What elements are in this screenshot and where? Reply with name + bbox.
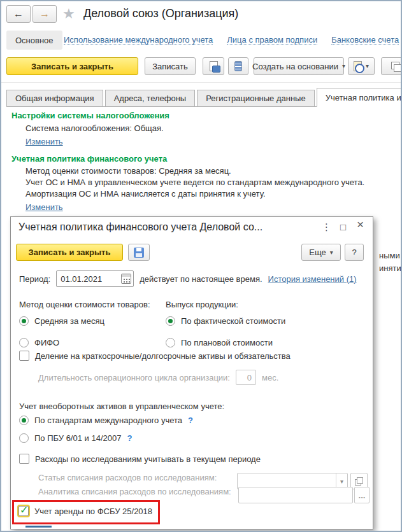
back-button[interactable]: ← (6, 5, 31, 23)
lease-label: Учет аренды по ФСБУ 25/2018 (34, 507, 152, 516)
cycle-input-wrap (236, 370, 256, 385)
cycle-unit: мес. (262, 373, 278, 382)
database-stack-icon (234, 61, 242, 71)
policy-section-title: Учетная политика финансового учета (11, 154, 167, 164)
policy-change-link[interactable]: Изменить (25, 202, 63, 212)
research-item-label: Статья списания расходов по исследования… (38, 473, 217, 482)
document-database-icon (210, 61, 218, 71)
chevron-down-icon: ▾ (366, 63, 369, 69)
radio-row: Средняя за месяц (19, 316, 104, 326)
cycle-row: Длительность операционного цикла организ… (38, 370, 278, 385)
nav-link-international[interactable]: Использование международного учета (64, 35, 213, 45)
radio-row: По фактической стоимости (166, 316, 285, 326)
policy-line-3: Амортизация ОС и НМА начисляется с даты … (25, 189, 266, 199)
document-clock-icon (354, 61, 362, 71)
stacked-sheets-icon (391, 62, 401, 71)
noncurrent-group-label: Учет внеоборотных активов в управленческ… (19, 402, 224, 411)
calendar-icon[interactable] (121, 274, 131, 284)
help-icon[interactable]: ? (188, 416, 193, 425)
maximize-icon[interactable]: □ (340, 221, 346, 234)
dialog-save-button[interactable] (128, 244, 150, 261)
tax-system-text: Система налогообложения: Общая. (25, 123, 164, 133)
radio-actual-cost[interactable] (166, 316, 175, 326)
toolbar-separator (1, 82, 401, 83)
period-input[interactable] (57, 274, 121, 284)
research-analytics-field (238, 487, 353, 503)
research-checkbox-row: Расходы по исследованиям учитывать в тек… (19, 454, 261, 464)
forward-button[interactable]: → (32, 5, 57, 23)
tax-change-link[interactable]: Изменить (25, 137, 63, 146)
dialog-save-and-close-button[interactable]: Записать и закрыть (16, 244, 123, 261)
research-analytics-label: Аналитика списания расходов по исследова… (38, 487, 231, 496)
tab-general-info[interactable]: Общая информация (6, 90, 103, 106)
radio-pbu[interactable] (19, 433, 29, 443)
division-label: Деление на краткосрочные/долгосрочные ак… (35, 351, 291, 361)
division-checkbox[interactable] (19, 351, 29, 361)
period-row: Период: действует по настоящее время. Ис… (19, 270, 357, 287)
help-button[interactable]: ? (345, 244, 364, 261)
valuation-group-label: Метод оценки стоимости товаров: (19, 300, 150, 309)
more-button[interactable]: Еще ▾ (301, 244, 341, 261)
register-records-button[interactable] (228, 57, 248, 75)
save-and-close-button[interactable]: Записать и закрыть (6, 57, 138, 75)
period-input-wrap (56, 270, 134, 287)
post-document-button[interactable] (203, 57, 224, 75)
accounting-policy-dialog: Учетная политика финансового учета Делов… (10, 216, 373, 529)
tax-section-title: Настройки системы налогообложения (11, 111, 169, 120)
radio-row: По ПБУ 6/01 и 14/2007 ? (19, 433, 132, 443)
research-analytics-row: Аналитика списания расходов по исследова… (38, 487, 231, 496)
chevron-down-icon: ▾ (342, 63, 345, 69)
policy-line-1: Метод оценки стоимости товаров: Средняя … (25, 166, 231, 176)
history-nav: ← → (6, 5, 57, 23)
radio-international-standards[interactable] (19, 416, 29, 425)
nav-tab-main[interactable]: Основное (6, 31, 62, 50)
cycle-label: Длительность операционного цикла организ… (38, 373, 230, 382)
radio-row: По плановой стоимости (166, 338, 273, 347)
radio-label: По стандартам международного учета (34, 416, 182, 425)
research-analytics-input[interactable] (239, 491, 352, 500)
period-label: Период: (19, 274, 50, 284)
create-based-on-label: Создать на основании (252, 62, 338, 71)
radio-label: ФИФО (34, 338, 59, 347)
nav-link-bank-accounts[interactable]: Банковские счета (331, 35, 399, 45)
favorite-star-icon[interactable]: ★ (62, 7, 75, 21)
partially-visible-link[interactable] (25, 526, 52, 528)
save-button[interactable]: Записать (145, 57, 196, 75)
clipped-toolbar-button[interactable] (381, 57, 402, 75)
cycle-input[interactable] (236, 373, 255, 382)
research-item-row: Статья списания расходов по исследования… (38, 473, 217, 482)
research-item-input[interactable] (238, 477, 336, 486)
radio-planned-cost[interactable] (166, 338, 175, 347)
forward-arrow-icon: → (39, 8, 50, 20)
research-checkbox[interactable] (19, 454, 29, 464)
clipped-background-text: ными д (379, 251, 402, 260)
tab-strip: Общая информация Адреса, телефоны Регист… (6, 88, 401, 107)
floppy-disk-icon (134, 248, 144, 258)
kebab-menu-icon[interactable]: ⋮ (322, 221, 331, 234)
radio-row: По стандартам международного учета ? (19, 416, 193, 425)
radio-label: По плановой стоимости (181, 338, 273, 347)
history-link[interactable]: История изменений (1) (268, 274, 357, 284)
lease-checkbox-row: Учет аренды по ФСБУ 25/2018 (18, 506, 152, 516)
radio-average-month[interactable] (19, 316, 29, 326)
page-title: Деловой союз (Организация) (83, 7, 238, 20)
tab-registration[interactable]: Регистрационные данные (197, 90, 314, 106)
close-icon[interactable]: × (357, 218, 364, 231)
tab-accounting-policy[interactable]: Учетная политика и налоги (317, 88, 402, 107)
nav-link-signers[interactable]: Лица с правом подписи (227, 35, 317, 45)
lease-checkbox[interactable] (18, 506, 29, 516)
research-label: Расходы по исследованиям учитывать в тек… (35, 454, 261, 464)
open-in-new-icon (355, 477, 363, 486)
research-analytics-ellipsis-button[interactable]: ... (354, 487, 370, 503)
nav-links: Использование международного учета Лица … (64, 31, 399, 50)
help-icon[interactable]: ? (127, 433, 132, 443)
chevron-down-icon: ▾ (330, 249, 333, 256)
back-arrow-icon: ← (13, 8, 24, 20)
tab-addresses[interactable]: Адреса, телефоны (105, 90, 196, 106)
radio-fifo[interactable] (19, 338, 29, 347)
reports-dropdown-button[interactable]: ▾ (348, 57, 375, 75)
create-based-on-button[interactable]: Создать на основании ▾ (254, 57, 344, 75)
division-checkbox-row: Деление на краткосрочные/долгосрочные ак… (19, 351, 291, 361)
app-window: ← → ★ Деловой союз (Организация) Основно… (0, 0, 402, 532)
policy-line-2: Учет ОС и НМА в управленческом учете вед… (25, 178, 364, 187)
